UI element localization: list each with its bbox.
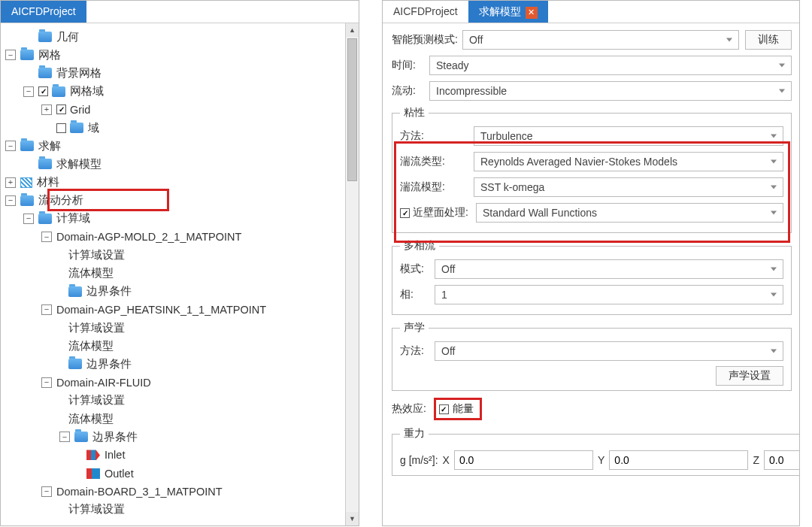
- expand-icon[interactable]: +: [41, 104, 52, 115]
- wall-select[interactable]: Standard Wall Functions: [476, 203, 783, 223]
- turb-model-label: 湍流模型:: [400, 180, 469, 194]
- tree-node-d3-fluid[interactable]: 流体模型: [5, 410, 359, 428]
- scroll-thumb[interactable]: [347, 38, 357, 181]
- folder-icon: [68, 359, 82, 369]
- tree-node-grid[interactable]: +Grid: [5, 101, 359, 119]
- tree-node-d4[interactable]: −Domain-BOARD_3_1_MATPOINT: [5, 483, 359, 501]
- tree-node-domain-sub[interactable]: 域: [5, 119, 359, 137]
- scroll-down-arrow[interactable]: ▼: [346, 512, 359, 525]
- flow-select[interactable]: Incompressible: [429, 81, 792, 101]
- folder-icon: [20, 141, 34, 151]
- collapse-icon[interactable]: −: [5, 141, 16, 151]
- thermal-row: 热效应: 能量: [392, 397, 792, 421]
- collapse-icon[interactable]: −: [5, 50, 16, 60]
- tree-node-materials[interactable]: +材料: [5, 174, 359, 192]
- tree-node-inlet[interactable]: Inlet: [5, 446, 359, 464]
- gy-input[interactable]: [609, 450, 748, 470]
- collapse-icon[interactable]: −: [41, 232, 52, 242]
- viscous-group: 粘性 方法:Turbulence 湍流类型:Reynolds Averaged …: [392, 106, 792, 233]
- tree-node-d3[interactable]: −Domain-AIR-FLUID: [5, 374, 359, 392]
- project-tree: 几何 −网格 背景网格 −网格域 +Grid 域 −求解 求解模型 +材料 −流…: [1, 23, 359, 519]
- phase-select[interactable]: 1: [435, 285, 783, 304]
- gx-input[interactable]: [454, 450, 593, 470]
- multiphase-legend: 多相流: [400, 239, 439, 253]
- folder-icon: [68, 286, 82, 297]
- train-button[interactable]: 训练: [745, 30, 792, 50]
- ac-method-select[interactable]: Off: [435, 341, 783, 361]
- left-tab-bar: AICFDProject: [1, 1, 359, 23]
- tab-solvemodel[interactable]: 求解模型✕: [468, 1, 548, 23]
- tree-node-meshdomain[interactable]: −网格域: [5, 83, 359, 101]
- checkbox-icon[interactable]: [38, 86, 48, 96]
- viscous-legend: 粘性: [400, 106, 429, 120]
- time-label: 时间:: [392, 59, 425, 72]
- folder-icon: [20, 195, 34, 206]
- phase-label: 相:: [400, 288, 430, 301]
- flow-row: 流动: Incompressible: [392, 80, 792, 101]
- energy-checkbox[interactable]: [439, 404, 449, 414]
- tree-node-d1[interactable]: −Domain-AGP-MOLD_2_1_MATPOINT: [5, 228, 359, 246]
- checkbox-icon[interactable]: [56, 104, 66, 114]
- vertical-scrollbar[interactable]: ▲ ▼: [345, 23, 359, 525]
- expand-icon[interactable]: +: [5, 177, 16, 188]
- tab-aicfdproject-right[interactable]: AICFDProject: [383, 1, 468, 23]
- tree-node-d1-fluid[interactable]: 流体模型: [5, 264, 359, 282]
- tree-node-d1-calcset[interactable]: 计算域设置: [5, 246, 359, 264]
- multiphase-group: 多相流 模式:Off 相:1: [392, 239, 792, 315]
- thermal-label: 热效应:: [392, 402, 426, 416]
- time-row: 时间: Steady: [392, 55, 792, 76]
- outlet-icon: [86, 468, 100, 479]
- tree-node-d2-fluid[interactable]: 流体模型: [5, 337, 359, 355]
- folder-icon: [38, 68, 52, 78]
- gravity-legend: 重力: [400, 427, 429, 441]
- checkbox-icon[interactable]: [56, 123, 66, 133]
- acoustics-group: 声学 方法:Off 声学设置: [392, 321, 792, 391]
- tree-node-solvemodel[interactable]: 求解模型: [5, 155, 359, 173]
- turb-type-select[interactable]: Reynolds Averaged Navier-Stokes Models: [474, 152, 783, 171]
- materials-icon: [20, 177, 32, 188]
- tree-node-solve[interactable]: −求解: [5, 137, 359, 155]
- folder-icon: [70, 123, 83, 133]
- method-select[interactable]: Turbulence: [474, 126, 783, 146]
- collapse-icon[interactable]: −: [23, 214, 34, 224]
- tree-node-outlet[interactable]: Outlet: [5, 465, 359, 483]
- tree-node-d2-bc[interactable]: 边界条件: [5, 355, 359, 373]
- ac-method-label: 方法:: [400, 344, 430, 358]
- tab-aicfdproject[interactable]: AICFDProject: [1, 1, 86, 23]
- collapse-icon[interactable]: −: [41, 377, 52, 388]
- gx-label: X: [443, 454, 450, 466]
- wall-checkbox[interactable]: [400, 208, 410, 218]
- predict-mode-select[interactable]: Off: [462, 30, 739, 50]
- tree-node-d3-bc[interactable]: −边界条件: [5, 428, 359, 446]
- tree-node-flowanalysis[interactable]: −流动分析: [5, 192, 359, 210]
- tree-node-d4-calcset[interactable]: 计算域设置: [5, 501, 359, 519]
- folder-icon: [38, 214, 52, 224]
- collapse-icon[interactable]: −: [5, 195, 16, 206]
- tree-node-d1-bc[interactable]: 边界条件: [5, 283, 359, 301]
- mp-mode-label: 模式:: [400, 262, 430, 276]
- close-icon[interactable]: ✕: [526, 7, 538, 19]
- folder-icon: [38, 159, 52, 169]
- tree-node-d2[interactable]: −Domain-AGP_HEATSINK_1_1_MATPOINT: [5, 301, 359, 319]
- folder-icon: [20, 50, 34, 60]
- tree-node-geometry[interactable]: 几何: [5, 28, 359, 46]
- tree-node-d2-calcset[interactable]: 计算域设置: [5, 319, 359, 337]
- gz-input[interactable]: [764, 450, 799, 470]
- gy-label: Y: [598, 454, 604, 466]
- collapse-icon[interactable]: −: [23, 86, 34, 97]
- acoustics-settings-button[interactable]: 声学设置: [716, 366, 783, 386]
- scroll-up-arrow[interactable]: ▲: [346, 23, 359, 37]
- folder-icon: [74, 432, 88, 442]
- collapse-icon[interactable]: −: [59, 432, 70, 442]
- tree-node-bgmesh[interactable]: 背景网格: [5, 64, 359, 82]
- tree-node-calcdomain[interactable]: −计算域: [5, 210, 359, 228]
- collapse-icon[interactable]: −: [41, 486, 52, 497]
- collapse-icon[interactable]: −: [41, 304, 52, 315]
- tree-node-d3-calcset[interactable]: 计算域设置: [5, 392, 359, 410]
- turb-model-select[interactable]: SST k-omega: [474, 177, 783, 197]
- right-tab-bar: AICFDProject 求解模型✕: [383, 1, 799, 23]
- mp-mode-select[interactable]: Off: [435, 259, 783, 279]
- tree-node-mesh[interactable]: −网格: [5, 46, 359, 64]
- method-label: 方法:: [400, 129, 469, 143]
- time-select[interactable]: Steady: [429, 56, 792, 75]
